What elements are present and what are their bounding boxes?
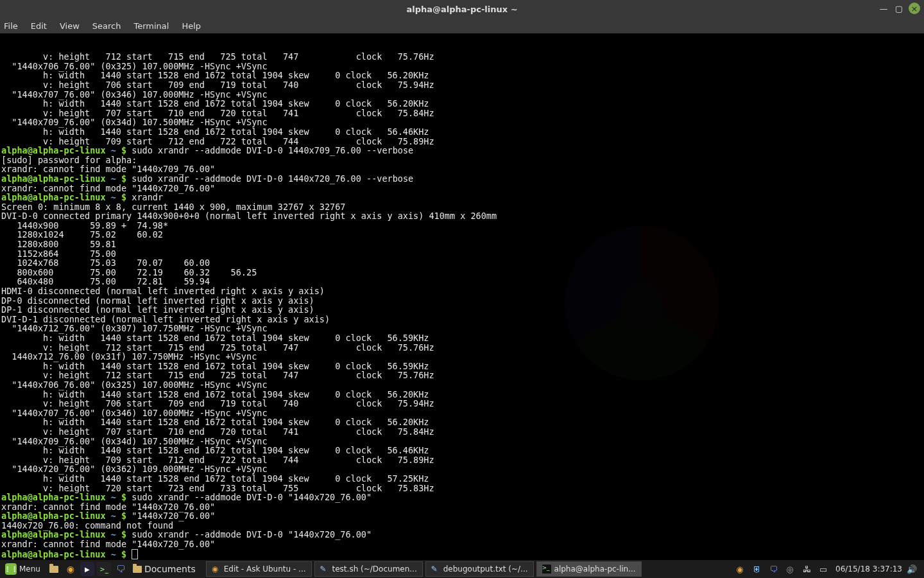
- start-menu-label: Menu: [19, 565, 40, 574]
- menu-edit[interactable]: Edit: [31, 21, 47, 31]
- start-menu-button[interactable]: ⋮⋮ Menu: [0, 560, 46, 578]
- window-titlebar: alpha@alpha-pc-linux ~ — ▢ ×: [0, 0, 924, 18]
- discord-tray-icon[interactable]: 🗨: [767, 563, 780, 575]
- minimize-button[interactable]: —: [878, 3, 889, 14]
- display-tray-icon[interactable]: ▭: [817, 563, 830, 575]
- menubar: File Edit View Search Terminal Help: [0, 18, 924, 34]
- steam-tray-icon[interactable]: ◎: [783, 563, 796, 575]
- menu-search[interactable]: Search: [92, 21, 121, 31]
- system-tray: ◉ ⛨ 🗨 ◎ 🖧 ▭ 06/15/18 3:37:13 🔊: [732, 560, 924, 578]
- window-list: ◉Edit - Ask Ubuntu - ... ✎test.sh (~/Doc…: [206, 560, 644, 578]
- menu-view[interactable]: View: [60, 21, 80, 31]
- terminal-output[interactable]: v: height 712 start 715 end 725 total 74…: [0, 33, 924, 560]
- network-tray-icon[interactable]: 🖧: [800, 563, 813, 575]
- terminal-icon: >_: [542, 565, 551, 574]
- maximize-button[interactable]: ▢: [893, 3, 905, 14]
- quick-launch: ◉ ▶ >_ 🗨 Documents: [46, 560, 200, 578]
- task-testsh[interactable]: ✎test.sh (~/Documen...: [314, 561, 423, 577]
- task-terminal[interactable]: >_alpha@alpha-pc-lin...: [536, 561, 642, 577]
- task-askubuntu[interactable]: ◉Edit - Ask Ubuntu - ...: [206, 561, 312, 577]
- task-debugoutput[interactable]: ✎debugoutput.txt (~/...: [425, 561, 534, 577]
- files-icon[interactable]: [47, 562, 61, 576]
- chrome-tray-icon[interactable]: ◉: [733, 563, 746, 575]
- chrome-icon: ◉: [212, 565, 221, 574]
- steam-launcher-icon[interactable]: ▶: [80, 562, 94, 576]
- shield-tray-icon[interactable]: ⛨: [750, 563, 763, 575]
- text-editor-icon: ✎: [320, 565, 329, 574]
- menu-help[interactable]: Help: [182, 21, 201, 31]
- window-title: alpha@alpha-pc-linux ~: [0, 4, 924, 14]
- documents-folder-button[interactable]: Documents: [130, 562, 198, 576]
- clock[interactable]: 06/15/18 3:37:13: [835, 565, 902, 574]
- mint-logo-icon: ⋮⋮: [5, 563, 17, 575]
- taskbar: ⋮⋮ Menu ◉ ▶ >_ 🗨 Documents ◉Edit - Ask U…: [0, 560, 924, 578]
- discord-launcher-icon[interactable]: 🗨: [114, 562, 128, 576]
- terminal-launcher-icon[interactable]: >_: [97, 562, 111, 576]
- chrome-icon: [565, 226, 719, 380]
- close-button[interactable]: ×: [909, 3, 920, 14]
- chrome-launcher-icon[interactable]: ◉: [64, 562, 78, 576]
- cursor: [132, 549, 138, 559]
- menu-terminal[interactable]: Terminal: [133, 21, 169, 31]
- text-editor-icon: ✎: [431, 565, 440, 574]
- menu-file[interactable]: File: [4, 21, 18, 31]
- volume-tray-icon[interactable]: 🔊: [905, 563, 918, 575]
